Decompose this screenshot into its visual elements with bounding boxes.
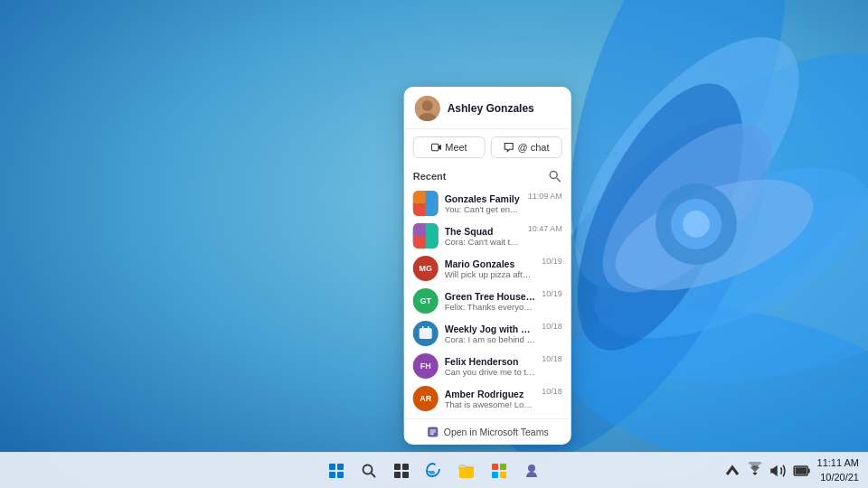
chat-info: Gonzales Family You: Can't get enough of…	[445, 193, 522, 214]
start-button[interactable]	[322, 456, 351, 485]
chat-time: 10/18	[542, 354, 562, 363]
chat-popup: Ashley Gonzales Meet @ chat Recent	[404, 87, 571, 445]
taskbar-center	[322, 456, 546, 485]
chat-info: Mario Gonzales Will pick up pizza after …	[445, 258, 535, 279]
chat-item[interactable]: AR Amber Rodriguez That is awesome! Love…	[413, 382, 562, 415]
svg-rect-34	[492, 472, 498, 478]
svg-rect-21	[420, 328, 432, 332]
svg-rect-28	[402, 464, 409, 470]
store-button[interactable]	[485, 456, 514, 485]
system-tray	[723, 456, 812, 485]
file-explorer-button[interactable]	[452, 456, 481, 485]
chat-avatar: FH	[413, 353, 439, 379]
chat-preview: Cora: Can't wait to see everyone!	[445, 237, 522, 247]
svg-rect-31	[459, 467, 474, 478]
edge-button[interactable]	[420, 456, 448, 485]
chat-preview: Cora: I am so behind on my step goals.	[445, 334, 535, 344]
chat-name: Felix Henderson	[445, 356, 535, 367]
recent-header: Recent	[413, 169, 562, 183]
chat-item[interactable]: MG Mario Gonzales Will pick up pizza aft…	[413, 252, 562, 285]
chat-info: Felix Henderson Can you drive me to the …	[445, 356, 535, 377]
chat-list: Gonzales Family You: Can't get enough of…	[413, 187, 562, 415]
tray-overflow-button[interactable]	[723, 456, 741, 485]
clock-date: 10/20/21	[817, 471, 859, 484]
svg-rect-29	[394, 472, 401, 478]
svg-rect-35	[500, 472, 506, 478]
recent-label: Recent	[413, 171, 447, 182]
chat-button[interactable]: @ chat	[490, 136, 562, 158]
windows-logo-icon	[329, 464, 344, 478]
chat-item[interactable]: FH Felix Henderson Can you drive me to t…	[413, 350, 562, 382]
chat-avatar	[413, 321, 439, 346]
svg-rect-38	[807, 468, 810, 473]
open-teams-button[interactable]: Open in Microsoft Teams	[404, 418, 571, 445]
svg-line-19	[557, 178, 561, 182]
teams-chat-taskbar-icon	[523, 462, 541, 480]
chat-time: 10:47 AM	[528, 224, 562, 233]
task-view-icon	[392, 462, 410, 480]
chat-preview: Can you drive me to the PTA today?	[445, 367, 535, 377]
battery-button[interactable]	[792, 456, 812, 485]
taskbar-right: 11:11 AM 10/20/21	[723, 456, 859, 485]
popup-username: Ashley Gonzales	[448, 102, 534, 115]
clock-time: 11:11 AM	[817, 456, 859, 470]
battery-icon	[793, 462, 811, 480]
svg-point-13	[683, 211, 710, 238]
teams-chat-button[interactable]	[517, 456, 546, 485]
user-avatar	[415, 96, 440, 121]
svg-rect-27	[394, 464, 401, 470]
chat-avatar: GT	[413, 288, 439, 314]
edge-icon	[425, 462, 443, 480]
taskbar: 11:11 AM 10/20/21	[0, 452, 868, 488]
task-view-button[interactable]	[387, 456, 416, 485]
popup-header: Ashley Gonzales	[404, 87, 571, 129]
chat-item[interactable]: Gonzales Family You: Can't get enough of…	[413, 187, 562, 220]
chat-time: 10/18	[542, 387, 562, 396]
svg-rect-17	[431, 144, 439, 151]
svg-point-36	[528, 465, 535, 472]
chat-avatar	[413, 191, 439, 216]
chat-name: Amber Rodriguez	[445, 389, 535, 399]
chat-icon	[503, 142, 514, 153]
chat-preview: Felix: Thanks everyone for attending tod…	[445, 302, 535, 312]
chat-avatar	[413, 223, 439, 249]
chat-info: Green Tree House PTA Felix: Thanks every…	[445, 291, 535, 312]
chat-preview: That is awesome! Love it!	[445, 399, 535, 409]
search-taskbar-icon	[360, 462, 378, 480]
chat-info: Amber Rodriguez That is awesome! Love it…	[445, 389, 535, 409]
popup-actions: Meet @ chat	[404, 129, 571, 165]
volume-button[interactable]	[769, 456, 788, 485]
chat-item[interactable]: GT Green Tree House PTA Felix: Thanks ev…	[413, 285, 562, 317]
svg-rect-39	[795, 467, 807, 474]
search-button[interactable]	[354, 456, 383, 485]
chat-info: Weekly Jog with Cora Cora: I am so behin…	[445, 324, 535, 344]
chat-name: Mario Gonzales	[445, 258, 535, 269]
svg-rect-33	[500, 464, 506, 470]
chat-info: The Squad Cora: Can't wait to see everyo…	[445, 226, 522, 247]
teams-icon	[427, 426, 439, 438]
search-icon[interactable]	[548, 169, 562, 183]
desktop: Ashley Gonzales Meet @ chat Recent	[0, 0, 868, 488]
chat-avatar: AR	[413, 386, 439, 411]
recent-section: Recent Gonzales Family You: Can't get en…	[404, 165, 571, 418]
svg-point-25	[363, 465, 373, 474]
taskbar-clock[interactable]: 11:11 AM 10/20/21	[817, 456, 859, 484]
wifi-icon[interactable]	[745, 456, 765, 485]
chat-time: 10/19	[542, 257, 562, 266]
chat-preview: You: Can't get enough of her.	[445, 204, 522, 214]
chat-avatar: MG	[413, 256, 439, 281]
chat-item[interactable]: Weekly Jog with Cora Cora: I am so behin…	[413, 317, 562, 350]
calendar-icon	[418, 325, 434, 342]
svg-point-15	[422, 100, 433, 111]
meet-button[interactable]: Meet	[413, 136, 486, 158]
open-teams-label: Open in Microsoft Teams	[444, 427, 549, 437]
chat-time: 10/19	[542, 289, 562, 298]
wifi-signal-icon	[746, 462, 764, 480]
volume-icon	[769, 462, 788, 480]
store-icon	[490, 462, 508, 480]
svg-line-26	[372, 473, 376, 477]
chat-name: The Squad	[445, 226, 522, 237]
chat-name: Green Tree House PTA	[445, 291, 535, 302]
chat-item[interactable]: The Squad Cora: Can't wait to see everyo…	[413, 220, 562, 252]
chat-label: @ chat	[517, 142, 549, 153]
